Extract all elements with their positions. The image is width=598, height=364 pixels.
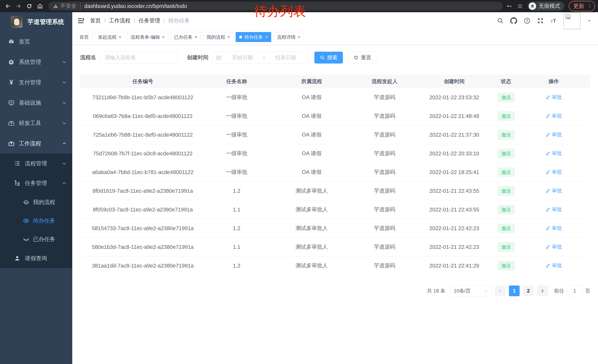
close-icon[interactable]: × [162,35,165,39]
table-row: 580e1b3d-7ac8-11ec-a9e2-a2380e71991a 1.1… [80,238,590,256]
approve-link[interactable]: 审批 [546,206,562,213]
sidebar-item-workflow[interactable]: 工作流程 [0,133,72,154]
sidebar-item-infrastructure[interactable]: 基础设施 [0,93,72,113]
reset-button[interactable]: 重置 [348,52,377,64]
sidebar-item-label: 任务管理 [25,179,58,187]
font-size-icon[interactable]: TT [550,17,557,24]
approve-link[interactable]: 审批 [546,262,562,269]
sidebar-item-process-mgmt[interactable]: 流程管理 [0,154,72,173]
task-process: OA 请假 [268,126,356,144]
close-icon[interactable]: × [195,35,197,39]
caret-down-icon[interactable] [587,18,592,23]
reset-icon [353,55,359,60]
browser-forward-icon[interactable] [14,1,23,11]
tab-label: 我的流程 [207,34,225,40]
incognito-icon [529,2,536,10]
approve-link[interactable]: 审批 [546,113,562,119]
close-icon[interactable]: × [119,35,121,39]
close-icon[interactable]: × [227,35,230,39]
breadcrumb-task-mgmt[interactable]: 任务管理 [139,17,160,24]
date-separator: - [263,55,265,61]
tab-my-process[interactable]: 我的流程 × [203,32,233,42]
search-icon[interactable] [497,17,504,24]
url-text[interactable]: dashboard.yudao.iocoder.cn/bpm/task/todo [81,3,187,9]
bookmark-star-icon[interactable] [517,3,523,9]
sidebar-item-task-mgmt[interactable]: 任务管理 [0,173,72,193]
page-size-select[interactable]: 10条/页 [450,285,491,296]
warning-icon [53,4,58,9]
tab-process-form-edit[interactable]: 流程表单-编辑 × [127,32,168,42]
next-page-button[interactable] [537,285,548,296]
sidebar-toggle-icon[interactable] [77,17,85,25]
date-range-picker[interactable]: 开始日期 - 结束日期 [213,51,308,64]
approve-link[interactable]: 审批 [546,243,562,250]
chevron-down-icon [483,289,488,293]
status-badge: 激活 [498,186,515,195]
approve-link[interactable]: 审批 [546,94,562,101]
sidebar-item-label: 待办任务 [33,217,67,225]
fullscreen-icon[interactable] [537,17,544,24]
status-badge: 激活 [498,224,515,233]
task-process: OA 请假 [268,163,356,182]
sidebar-item-system[interactable]: 系统管理 [0,52,72,72]
task-initiator: 芋道源码 [356,88,414,107]
approve-link[interactable]: 审批 [546,169,562,175]
user-avatar[interactable] [564,12,581,29]
page-size-value: 10条/页 [454,288,471,294]
task-name: 1.1 [206,238,268,256]
help-icon[interactable]: ? [523,17,531,24]
chevron-up-icon [62,141,67,146]
sidebar-item-done-tasks[interactable]: 已办任务 [0,230,72,249]
tab-home[interactable]: 首页 [76,32,92,42]
task-name: 1.1 [206,200,268,219]
process-name-label: 流程名 [80,54,96,61]
table-header-row: 任务编号 任务名称 所属流程 流程发起人 创建时间 状态 操作 [80,75,590,88]
task-process: OA 请假 [268,88,356,107]
col-status: 状态 [495,75,517,88]
task-name: 1.2 [206,219,268,238]
security-label: 不安全 [60,2,76,10]
breadcrumb-home[interactable]: 首页 [90,17,101,24]
close-icon[interactable]: × [298,35,300,39]
breadcrumb-separator: / [163,18,165,24]
page-button-1[interactable]: 1 [509,285,520,296]
tab-todo-tasks[interactable]: 待办任务 × [236,32,271,42]
security-chip[interactable]: 不安全 [53,2,81,10]
sidebar-item-devtools[interactable]: 研发工具 [0,113,72,133]
monitor-icon [8,99,15,106]
update-button[interactable]: 更新 [569,1,595,11]
password-key-icon[interactable] [506,3,512,9]
chevron-down-icon [62,60,67,65]
browser-back-icon[interactable] [3,1,13,11]
github-icon[interactable] [510,17,517,24]
approve-link[interactable]: 审批 [546,187,562,194]
sidebar-item-label: 请假查询 [25,255,67,262]
col-task-name: 任务名称 [206,75,268,88]
start-date-placeholder: 开始日期 [223,54,262,61]
sidebar-item-payment[interactable]: ¥ 支付管理 [0,72,72,93]
goto-page-input[interactable] [567,285,583,296]
incognito-label: 无痕模式 [539,2,560,10]
sidebar-item-my-process[interactable]: 我的流程 [0,193,72,211]
prev-page-button[interactable] [495,285,506,296]
task-initiator: 芋道源码 [356,163,414,182]
page-button-2[interactable]: 2 [523,285,534,296]
process-name-input[interactable]: 请输入流程名 [100,51,178,64]
toolbox-icon [8,120,15,127]
breadcrumb-workflow[interactable]: 工作流程 [109,17,130,24]
approve-link[interactable]: 审批 [546,150,562,157]
tab-start-process[interactable]: 发起流程 × [94,32,125,42]
tab-done-tasks[interactable]: 已办任务 × [170,32,201,42]
browser-home-icon[interactable] [35,1,45,11]
task-process: OA 请假 [268,144,356,163]
search-button[interactable]: 搜索 [314,52,343,64]
browser-refresh-icon[interactable] [25,1,34,11]
tab-process-detail[interactable]: 流程详情 × [274,32,304,42]
sidebar-item-todo-tasks[interactable]: 待办任务 [0,211,72,230]
sidebar-item-home[interactable]: 首页 [0,32,72,52]
sidebar-item-leave-query[interactable]: 请假查询 [0,249,72,268]
close-icon[interactable]: × [265,35,268,39]
approve-link[interactable]: 审批 [546,131,562,138]
approve-link[interactable]: 审批 [546,225,562,231]
process-list-icon [14,160,21,167]
